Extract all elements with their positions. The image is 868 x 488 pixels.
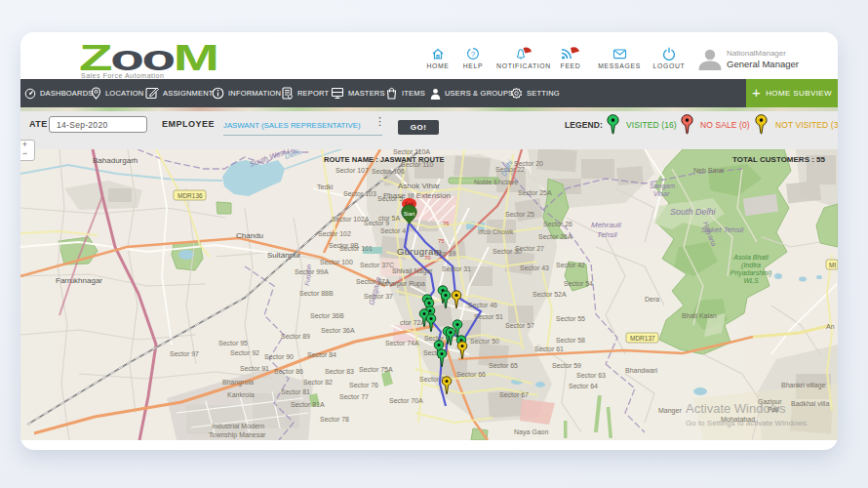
svg-text:Sector 82: Sector 82 <box>303 379 333 386</box>
svg-text:Sector 43: Sector 43 <box>520 264 549 271</box>
svg-text:Sector 100: Sector 100 <box>320 259 353 265</box>
svg-text:Ashok Vihar: Ashok Vihar <box>398 182 440 190</box>
svg-text:Sector 42: Sector 42 <box>556 262 585 268</box>
svg-text:Sector 27: Sector 27 <box>515 245 544 252</box>
svg-text:(Indira: (Indira <box>741 262 761 269</box>
svg-text:75: 75 <box>438 238 445 244</box>
svg-text:Sector 95: Sector 95 <box>218 340 248 346</box>
svg-text:Sector 107: Sector 107 <box>335 167 369 174</box>
svg-text:Sector 51: Sector 51 <box>474 313 503 320</box>
svg-text:Sector 77: Sector 77 <box>339 393 369 400</box>
svg-text:Sector 37C: Sector 37C <box>360 262 394 268</box>
svg-text:Mehrauli: Mehrauli <box>591 221 621 229</box>
svg-text:Activate Windows: Activate Windows <box>686 401 786 416</box>
svg-text:Bhangrola: Bhangrola <box>222 379 254 386</box>
svg-text:Sector 26: Sector 26 <box>543 221 572 227</box>
svg-text:Sector 88B: Sector 88B <box>299 290 334 297</box>
svg-text:Sector 61: Sector 61 <box>534 346 564 352</box>
svg-text:Naya Gaon: Naya Gaon <box>514 428 549 436</box>
svg-text:Gurugram: Gurugram <box>397 246 442 257</box>
svg-text:76: 76 <box>443 221 450 226</box>
svg-text:Shivaji Nagar: Shivaji Nagar <box>392 267 433 275</box>
svg-text:Farrukhnagar: Farrukhnagar <box>56 276 102 285</box>
svg-text:Sector 81: Sector 81 <box>281 388 310 395</box>
svg-text:Sector 92: Sector 92 <box>230 349 259 356</box>
svg-text:Sector 67: Sector 67 <box>499 391 529 398</box>
svg-text:Sector 52A: Sector 52A <box>533 291 567 298</box>
svg-text:70: 70 <box>424 255 431 261</box>
svg-text:Bhankri village: Bhankri village <box>781 382 826 389</box>
svg-text:An: An <box>826 323 835 330</box>
svg-text:Bhandwari: Bhandwari <box>625 367 658 374</box>
svg-text:Sector 83: Sector 83 <box>325 368 354 375</box>
svg-text:Sector 64: Sector 64 <box>569 383 598 389</box>
svg-text:Sector 54: Sector 54 <box>564 280 593 287</box>
svg-text:Sector 57: Sector 57 <box>505 322 534 329</box>
svg-text:Sector 78: Sector 78 <box>320 416 349 423</box>
svg-text:Chandu: Chandu <box>236 231 263 240</box>
svg-text:Sector 84: Sector 84 <box>307 351 336 358</box>
svg-text:Sector 70A: Sector 70A <box>389 397 423 404</box>
svg-text:Sector 75A: Sector 75A <box>359 366 393 373</box>
svg-text:Sector 59: Sector 59 <box>552 362 581 369</box>
svg-text:Sector 31: Sector 31 <box>442 265 471 272</box>
svg-text:Sector 106: Sector 106 <box>372 168 405 175</box>
svg-text:Sector 103: Sector 103 <box>343 190 376 197</box>
svg-text:Sector 66: Sector 66 <box>456 371 486 378</box>
svg-text:Sector 20: Sector 20 <box>514 160 543 167</box>
svg-text:Asola Bhati: Asola Bhati <box>732 254 769 261</box>
svg-text:WLS: WLS <box>743 277 759 284</box>
svg-text:Sector 76: Sector 76 <box>349 382 378 388</box>
svg-text:Badkhal villa: Badkhal villa <box>791 400 829 407</box>
svg-text:Sector 63: Sector 63 <box>576 372 606 379</box>
svg-text:MDR136: MDR136 <box>178 192 203 199</box>
svg-text:Priyadarshini): Priyadarshini) <box>730 269 772 277</box>
svg-text:South Delhi: South Delhi <box>670 207 717 217</box>
svg-text:MDR137: MDR137 <box>630 335 655 342</box>
svg-text:Tehsil: Tehsil <box>597 230 617 239</box>
svg-text:Tedki: Tedki <box>317 183 334 190</box>
svg-text:Sector 89: Sector 89 <box>281 333 310 340</box>
svg-text:Phase III Extension: Phase III Extension <box>383 191 451 200</box>
svg-text:Industrial Modern: Industrial Modern <box>212 423 264 429</box>
svg-text:?: ? <box>471 50 476 59</box>
svg-text:Naharpur Rupa: Naharpur Rupa <box>378 280 425 288</box>
svg-text:Sector 101: Sector 101 <box>339 245 373 252</box>
svg-text:Start: Start <box>404 211 415 217</box>
svg-text:Bhati Kalan: Bhati Kalan <box>682 312 717 319</box>
svg-text:Township Manesar: Township Manesar <box>209 431 266 439</box>
svg-text:Dera: Dera <box>645 296 659 303</box>
svg-text:Sector 26A: Sector 26A <box>538 233 572 240</box>
svg-text:Noble Enclave: Noble Enclave <box>474 179 518 185</box>
svg-text:Iffco Chowk: Iffco Chowk <box>478 228 514 235</box>
svg-text:TOTAL CUSTOMERS : 55: TOTAL CUSTOMERS : 55 <box>732 155 826 164</box>
svg-text:ctor 5A: ctor 5A <box>378 215 401 222</box>
svg-text:Sector 58: Sector 58 <box>556 337 585 344</box>
svg-text:Sector 90: Sector 90 <box>264 353 294 360</box>
svg-text:Sector 36A: Sector 36A <box>321 327 355 334</box>
svg-text:Kankrola: Kankrola <box>227 391 255 398</box>
svg-text:Sector 36B: Sector 36B <box>310 312 344 319</box>
svg-text:Sector 102A: Sector 102A <box>332 216 370 223</box>
svg-text:MI: MI <box>829 262 836 268</box>
svg-text:ROUTE NAME : JASWANT ROUTE: ROUTE NAME : JASWANT ROUTE <box>324 155 445 164</box>
svg-text:Sector 65: Sector 65 <box>489 362 518 369</box>
svg-text:Sector 25A: Sector 25A <box>518 189 552 196</box>
svg-text:Sector 81A: Sector 81A <box>291 401 325 408</box>
svg-text:Sector 91: Sector 91 <box>240 365 269 372</box>
svg-text:Sector 74A: Sector 74A <box>385 340 419 346</box>
svg-text:Sector 86: Sector 86 <box>274 368 303 375</box>
svg-text:Sultanpur: Sultanpur <box>267 251 301 260</box>
svg-text:Sector 4: Sector 4 <box>380 227 406 234</box>
svg-text:Sector 55: Sector 55 <box>556 315 585 322</box>
svg-text:Go to Settings to activate Win: Go to Settings to activate Windows. <box>686 419 809 427</box>
svg-text:Sector 46: Sector 46 <box>468 302 497 308</box>
svg-text:Sector 97: Sector 97 <box>170 350 199 357</box>
svg-text:ctor 72A: ctor 72A <box>400 319 425 326</box>
svg-text:Manger: Manger <box>658 407 682 415</box>
svg-text:Sangam: Sangam <box>650 183 675 190</box>
svg-text:Bahadurgarh: Bahadurgarh <box>93 156 138 165</box>
svg-text:Sector 102: Sector 102 <box>318 230 351 237</box>
svg-text:Vihar: Vihar <box>653 190 670 197</box>
svg-text:Sector 25: Sector 25 <box>505 211 534 218</box>
